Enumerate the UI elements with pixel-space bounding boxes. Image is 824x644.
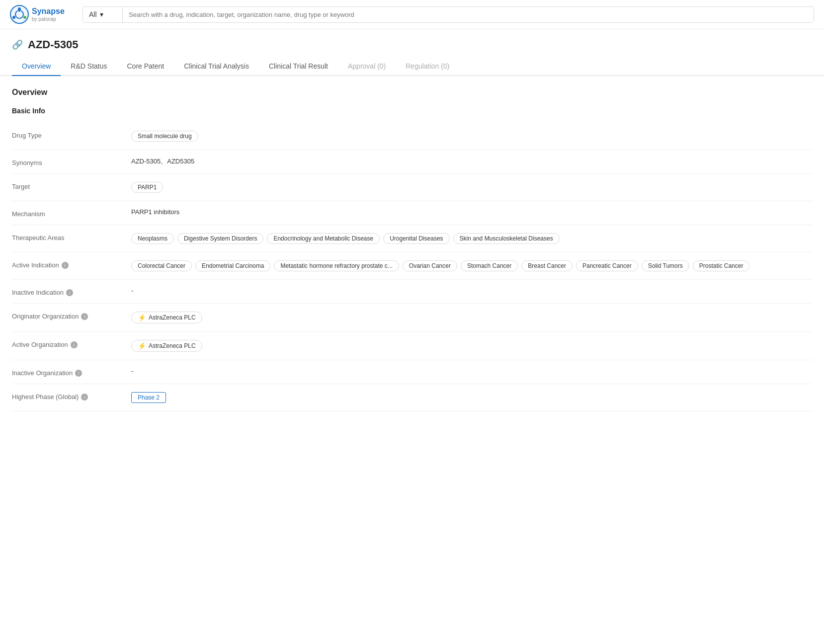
- info-label-inactive-org: Inactive Organizationi: [12, 367, 121, 377]
- info-row-inactive-indication: Inactive Indicationi-: [12, 280, 812, 304]
- search-type-label: All: [89, 10, 97, 18]
- tab-rd-status[interactable]: R&D Status: [61, 57, 117, 76]
- info-label-drug-type: Drug Type: [12, 130, 121, 139]
- org-logo-icon: ⚡: [138, 314, 146, 322]
- info-row-target: TargetPARP1: [12, 174, 812, 201]
- info-row-originator-org: Originator Organizationi⚡AstraZeneca PLC: [12, 304, 812, 332]
- search-type-dropdown[interactable]: All ▾: [83, 7, 123, 22]
- info-icon-inactive-org[interactable]: i: [75, 370, 82, 377]
- tag-therapeutic-areas[interactable]: Endocrinology and Metabolic Disease: [267, 233, 380, 244]
- logo-area: Synapse by patsnap: [10, 5, 75, 24]
- tag-active-indication[interactable]: Ovarian Cancer: [403, 260, 457, 271]
- svg-point-4: [12, 16, 15, 19]
- org-tag-originator-org[interactable]: ⚡AstraZeneca PLC: [131, 312, 202, 323]
- tag-active-indication[interactable]: Metastatic hormone refractory prostate c…: [274, 260, 399, 271]
- org-name: AstraZeneca PLC: [149, 314, 196, 321]
- info-row-therapeutic-areas: Therapeutic AreasNeoplasmsDigestive Syst…: [12, 225, 812, 252]
- info-value-synonyms: AZD-5305、AZD5305: [131, 157, 812, 166]
- tab-overview[interactable]: Overview: [12, 57, 61, 76]
- basic-info-title: Basic Info: [12, 107, 812, 115]
- svg-point-3: [23, 16, 26, 19]
- info-icon-originator-org[interactable]: i: [81, 313, 88, 320]
- info-row-active-org: Active Organizationi⚡AstraZeneca PLC: [12, 332, 812, 360]
- tags-wrap-active-indication: Colorectal CancerEndometrial CarcinomaMe…: [131, 259, 812, 272]
- tags-wrap-drug-type: Small molecule drug: [131, 130, 812, 143]
- info-label-active-org: Active Organizationi: [12, 339, 121, 348]
- tab-regulation: Regulation (0): [396, 57, 459, 76]
- info-value-originator-org: ⚡AstraZeneca PLC: [131, 311, 812, 324]
- info-label-inactive-indication: Inactive Indicationi: [12, 287, 121, 296]
- info-row-mechanism: MechanismPARP1 inhibitors: [12, 201, 812, 225]
- tag-therapeutic-areas[interactable]: Digestive System Disorders: [177, 233, 263, 244]
- logo-text: Synapse by patsnap: [32, 6, 65, 22]
- org-name: AstraZeneca PLC: [149, 342, 196, 349]
- info-label-target: Target: [12, 181, 121, 190]
- tab-clinical-trial-analysis[interactable]: Clinical Trial Analysis: [174, 57, 259, 76]
- link-icon: 🔗: [12, 39, 23, 50]
- info-row-highest-phase: Highest Phase (Global)iPhase 2: [12, 384, 812, 411]
- tags-wrap-target: PARP1: [131, 181, 812, 194]
- tag-active-indication[interactable]: Breast Cancer: [521, 260, 573, 271]
- info-icon-inactive-indication[interactable]: i: [66, 289, 73, 296]
- tag-active-indication[interactable]: Solid Tumors: [642, 260, 689, 271]
- info-value-target: PARP1: [131, 181, 812, 194]
- info-row-inactive-org: Inactive Organizationi-: [12, 360, 812, 384]
- info-value-drug-type: Small molecule drug: [131, 130, 812, 143]
- synapse-logo-icon: [10, 5, 29, 24]
- info-rows: Drug TypeSmall molecule drugSynonymsAZD-…: [12, 123, 812, 411]
- chevron-down-icon: ▾: [100, 10, 103, 18]
- tags-wrap-therapeutic-areas: NeoplasmsDigestive System DisordersEndoc…: [131, 232, 812, 245]
- info-row-drug-type: Drug TypeSmall molecule drug: [12, 123, 812, 150]
- top-nav: Synapse by patsnap All ▾: [0, 0, 824, 29]
- info-value-highest-phase: Phase 2: [131, 391, 812, 404]
- info-value-therapeutic-areas: NeoplasmsDigestive System DisordersEndoc…: [131, 232, 812, 245]
- org-tag-active-org[interactable]: ⚡AstraZeneca PLC: [131, 340, 202, 352]
- tab-approval: Approval (0): [338, 57, 396, 76]
- info-value-active-org: ⚡AstraZeneca PLC: [131, 339, 812, 353]
- info-label-active-indication: Active Indicationi: [12, 259, 121, 269]
- info-icon-active-org[interactable]: i: [71, 341, 78, 348]
- info-label-therapeutic-areas: Therapeutic Areas: [12, 232, 121, 242]
- svg-point-2: [18, 7, 21, 10]
- tag-therapeutic-areas[interactable]: Skin and Musculoskeletal Diseases: [453, 233, 560, 244]
- tag-target[interactable]: PARP1: [131, 182, 163, 193]
- main-content: Overview Basic Info Drug TypeSmall molec…: [0, 76, 824, 423]
- tag-active-indication[interactable]: Pancreatic Cancer: [576, 260, 638, 271]
- tag-active-indication[interactable]: Colorectal Cancer: [131, 260, 192, 271]
- tag-active-indication[interactable]: Prostatic Cancer: [693, 260, 750, 271]
- logo-sub: by patsnap: [32, 16, 65, 22]
- tag-therapeutic-areas[interactable]: Urogenital Diseases: [383, 233, 449, 244]
- info-label-highest-phase: Highest Phase (Global)i: [12, 391, 121, 401]
- tag-drug-type[interactable]: Small molecule drug: [131, 131, 198, 142]
- info-label-mechanism: Mechanism: [12, 208, 121, 218]
- tab-clinical-trial-result[interactable]: Clinical Trial Result: [259, 57, 338, 76]
- info-label-originator-org: Originator Organizationi: [12, 311, 121, 320]
- info-label-synonyms: Synonyms: [12, 157, 121, 166]
- phase-tag-highest-phase[interactable]: Phase 2: [131, 392, 166, 403]
- info-value-active-indication: Colorectal CancerEndometrial CarcinomaMe…: [131, 259, 812, 272]
- tab-core-patent[interactable]: Core Patent: [117, 57, 174, 76]
- info-value-inactive-indication: -: [131, 287, 812, 294]
- info-value-inactive-org: -: [131, 367, 812, 375]
- logo-name: Synapse: [32, 6, 65, 16]
- info-row-synonyms: SynonymsAZD-5305、AZD5305: [12, 150, 812, 174]
- org-logo-icon: ⚡: [138, 342, 146, 350]
- dash-inactive-org: -: [131, 367, 133, 375]
- info-value-mechanism: PARP1 inhibitors: [131, 208, 812, 216]
- drug-title: AZD-5305: [28, 38, 78, 51]
- dash-inactive-indication: -: [131, 287, 133, 294]
- overview-section-title: Overview: [12, 88, 812, 97]
- info-icon-active-indication[interactable]: i: [62, 262, 69, 269]
- tag-active-indication[interactable]: Endometrial Carcinoma: [195, 260, 270, 271]
- search-input[interactable]: [123, 7, 814, 22]
- tag-active-indication[interactable]: Stomach Cancer: [461, 260, 518, 271]
- info-row-active-indication: Active IndicationiColorectal CancerEndom…: [12, 252, 812, 280]
- info-icon-highest-phase[interactable]: i: [81, 394, 88, 401]
- search-area: All ▾: [82, 6, 814, 23]
- tag-therapeutic-areas[interactable]: Neoplasms: [131, 233, 174, 244]
- tab-nav: OverviewR&D StatusCore PatentClinical Tr…: [0, 57, 824, 76]
- drug-header: 🔗 AZD-5305: [0, 29, 824, 57]
